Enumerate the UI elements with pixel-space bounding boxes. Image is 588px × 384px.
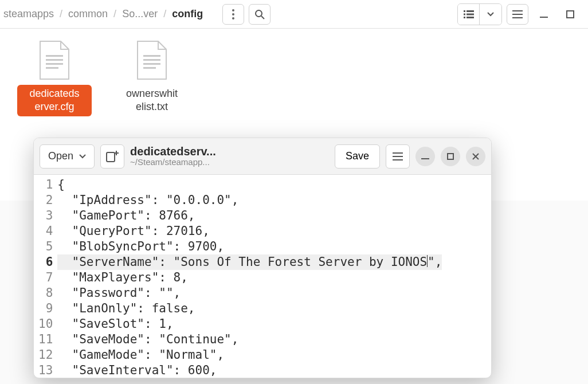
breadcrumb-separator: /	[163, 8, 166, 20]
svg-point-3	[256, 10, 262, 17]
file-item-ownerswhitelist-txt[interactable]: ownerswhit elist.txt	[115, 40, 189, 116]
open-button[interactable]: Open	[40, 144, 95, 169]
svg-rect-24	[107, 152, 115, 162]
list-view-icon	[464, 10, 474, 18]
text-file-icon	[38, 40, 71, 80]
code-line[interactable]: "Password": "",	[57, 285, 442, 301]
file-manager-right-controls	[457, 3, 585, 25]
minimize-window-button[interactable]	[533, 4, 555, 25]
hamburger-button[interactable]	[507, 4, 528, 25]
minimize-icon	[421, 152, 429, 160]
svg-rect-15	[567, 11, 574, 18]
line-number: 9	[38, 301, 53, 316]
text-file-icon	[135, 40, 168, 80]
line-number: 4	[38, 224, 53, 239]
maximize-window-button[interactable]	[559, 4, 581, 25]
code-line[interactable]: "SaveMode": "Continue",	[57, 332, 442, 347]
code-line[interactable]: "GameMode": "Normal",	[57, 347, 442, 363]
editor-maximize-button[interactable]	[441, 147, 460, 166]
file-label: ownerswhit elist.txt	[115, 85, 189, 116]
breadcrumb-separator: /	[60, 8, 62, 20]
chevron-down-icon	[79, 154, 86, 159]
kebab-menu-button[interactable]	[222, 4, 244, 25]
svg-rect-23	[143, 67, 156, 69]
svg-rect-14	[540, 17, 548, 18]
file-label: dedicateds erver.cfg	[17, 85, 92, 116]
code-line[interactable]: "LanOnly": false,	[57, 301, 442, 316]
svg-point-2	[232, 17, 234, 19]
search-icon	[254, 9, 265, 19]
line-number: 1	[38, 177, 53, 193]
svg-rect-28	[393, 156, 403, 157]
line-number: 2	[38, 193, 53, 208]
svg-rect-31	[448, 154, 453, 159]
view-dropdown-button[interactable]	[480, 4, 501, 25]
svg-rect-17	[46, 59, 63, 61]
svg-rect-12	[512, 14, 523, 15]
minimize-icon	[540, 10, 548, 18]
breadcrumb-config[interactable]: config	[172, 8, 203, 20]
code-line[interactable]: "BlobSyncPort": 9700,	[57, 239, 442, 254]
svg-rect-5	[464, 10, 465, 12]
svg-rect-9	[464, 17, 465, 18]
line-number: 3	[38, 208, 53, 224]
code-line[interactable]: {	[57, 177, 442, 193]
breadcrumb-common[interactable]: common	[68, 8, 108, 20]
breadcrumb-steamapps[interactable]: steamapps	[3, 8, 54, 20]
code-content[interactable]: { "IpAddress": "0.0.0.0", "GamePort": 87…	[57, 175, 442, 378]
new-tab-icon	[106, 151, 119, 162]
svg-rect-16	[46, 55, 63, 57]
code-line[interactable]: "MaxPlayers": 8,	[57, 270, 442, 285]
editor-close-button[interactable]	[466, 147, 485, 166]
svg-rect-11	[512, 10, 523, 11]
code-area[interactable]: 12345678910111213 { "IpAddress": "0.0.0.…	[34, 175, 491, 378]
code-line[interactable]: "SaveInterval": 600,	[57, 363, 442, 378]
editor-header-bar: Open dedicatedserv... ~/Steam/steamapp..…	[34, 138, 491, 175]
kebab-icon	[232, 9, 234, 19]
line-number-gutter: 12345678910111213	[34, 175, 57, 378]
line-number: 13	[38, 363, 53, 378]
svg-rect-30	[421, 158, 429, 159]
breadcrumb-sover[interactable]: So...ver	[122, 8, 158, 20]
code-line[interactable]: "IpAddress": "0.0.0.0",	[57, 193, 442, 208]
svg-rect-19	[46, 67, 58, 69]
open-label: Open	[48, 150, 73, 162]
breadcrumb-separator: /	[113, 8, 116, 20]
svg-rect-18	[46, 63, 63, 65]
hamburger-icon	[512, 10, 523, 18]
svg-rect-7	[464, 13, 465, 15]
maximize-icon	[447, 153, 454, 160]
hamburger-icon	[393, 152, 403, 160]
code-line[interactable]: "QueryPort": 27016,	[57, 224, 442, 239]
svg-rect-6	[467, 10, 474, 12]
search-button[interactable]	[249, 4, 271, 25]
svg-point-1	[232, 13, 234, 15]
svg-line-4	[261, 16, 264, 19]
list-view-button[interactable]	[458, 4, 480, 25]
code-line[interactable]: "SaveSlot": 1,	[57, 316, 442, 332]
breadcrumb: steamapps / common / So...ver / config	[3, 8, 203, 20]
file-item-dedicatedserver-cfg[interactable]: dedicateds erver.cfg	[17, 40, 92, 116]
editor-minimize-button[interactable]	[415, 147, 435, 166]
save-button[interactable]: Save	[335, 144, 380, 169]
view-mode-group	[457, 3, 502, 25]
code-line[interactable]: "GamePort": 8766,	[57, 208, 442, 224]
editor-menu-button[interactable]	[386, 144, 410, 169]
svg-rect-27	[393, 152, 403, 154]
svg-rect-13	[512, 17, 523, 18]
svg-point-0	[232, 9, 234, 11]
line-number: 7	[38, 270, 53, 285]
close-icon	[472, 153, 479, 160]
svg-rect-29	[393, 159, 403, 160]
editor-title: dedicatedserv...	[130, 145, 216, 158]
line-number: 8	[38, 285, 53, 301]
svg-rect-8	[467, 13, 474, 15]
code-line[interactable]: "ServerName": "Sons Of The Forest Server…	[57, 254, 442, 270]
file-manager-toolbar: steamapps / common / So...ver / config	[0, 0, 588, 29]
svg-rect-20	[143, 55, 160, 57]
editor-title-block: dedicatedserv... ~/Steam/steamapp...	[130, 145, 216, 167]
new-tab-button[interactable]	[100, 144, 124, 169]
line-number: 6	[38, 254, 53, 270]
svg-rect-10	[467, 17, 474, 18]
line-number: 5	[38, 239, 53, 254]
